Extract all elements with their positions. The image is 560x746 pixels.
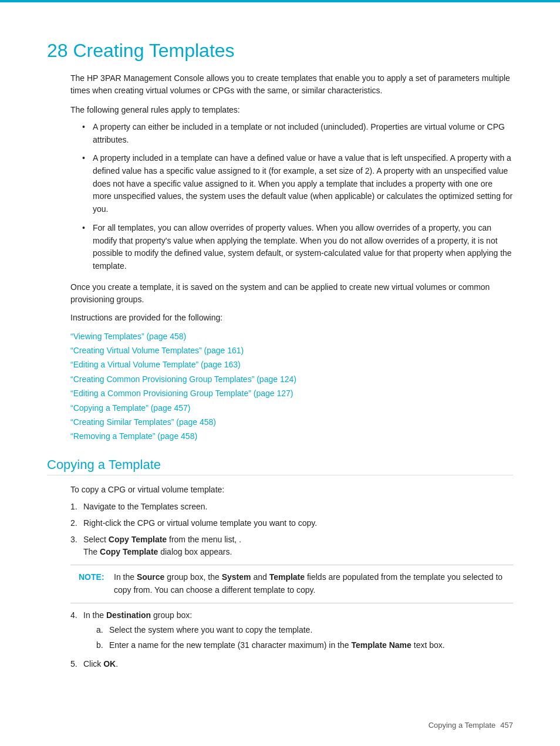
step-number: 5.	[70, 658, 83, 671]
intro-paragraph: The HP 3PAR Management Console allows yo…	[70, 72, 513, 97]
section2-intro: To copy a CPG or virtual volume template…	[70, 484, 513, 497]
list-item: A property can either be included in a t…	[82, 121, 513, 146]
list-item[interactable]: “Removing a Template” (page 458)	[70, 430, 513, 443]
sub-step-b: b. Enter a name for the new template (31…	[96, 639, 513, 652]
step-text: In the Destination group box: a. Select …	[83, 609, 513, 654]
step-text: Right-click the CPG or virtual volume te…	[83, 517, 513, 530]
note-label: NOTE:	[79, 571, 108, 596]
outro-paragraph-2: Instructions are provided for the follow…	[70, 312, 513, 324]
list-item[interactable]: “Creating Common Provisioning Group Temp…	[70, 373, 513, 386]
page-container: 28 Creating Templates The HP 3PAR Manage…	[0, 0, 560, 746]
footer-page-number: 457	[500, 721, 513, 730]
sub-steps: a. Select the system where you want to c…	[96, 624, 513, 652]
links-list: “Viewing Templates” (page 458) “Creating…	[70, 330, 513, 443]
note-text: In the Source group box, the System and …	[114, 571, 505, 596]
steps-list: 1. Navigate to the Templates screen. 2. …	[70, 501, 513, 559]
step-text: Select Copy Template from the menu list,…	[83, 534, 513, 559]
step4-list: 4. In the Destination group box: a. Sele…	[70, 609, 513, 671]
note-box: NOTE: In the Source group box, the Syste…	[70, 565, 513, 603]
step-5: 5. Click OK.	[70, 658, 513, 671]
sub-step-a: a. Select the system where you want to c…	[96, 624, 513, 637]
step-number: 3.	[70, 534, 83, 559]
step-number: 2.	[70, 517, 83, 530]
list-item[interactable]: “Copying a Template” (page 457)	[70, 401, 513, 414]
list-item[interactable]: “Editing a Common Provisioning Group Tem…	[70, 387, 513, 400]
section2-body: To copy a CPG or virtual volume template…	[70, 484, 513, 671]
top-border	[0, 0, 560, 2]
rules-bullet-list: A property can either be included in a t…	[82, 121, 513, 273]
footer-text: Copying a Template 457	[429, 721, 513, 730]
list-item[interactable]: “Creating Similar Templates” (page 458)	[70, 416, 513, 428]
list-item[interactable]: “Editing a Virtual Volume Template” (pag…	[70, 358, 513, 371]
page-footer: Copying a Template 457	[429, 721, 513, 730]
step-2: 2. Right-click the CPG or virtual volume…	[70, 517, 513, 530]
list-item[interactable]: “Viewing Templates” (page 458)	[70, 330, 513, 343]
section2-title: Copying a Template	[47, 457, 513, 475]
chapter-title: 28 Creating Templates	[47, 40, 513, 62]
step-3: 3. Select Copy Template from the menu li…	[70, 534, 513, 559]
list-item: A property included in a template can ha…	[82, 152, 513, 215]
list-item: For all templates, you can allow overrid…	[82, 222, 513, 273]
step-text: Navigate to the Templates screen.	[83, 501, 513, 514]
step-4: 4. In the Destination group box: a. Sele…	[70, 609, 513, 654]
step-number: 4.	[70, 609, 83, 654]
rules-header: The following general rules apply to tem…	[70, 104, 513, 116]
outro-paragraph-1: Once you create a template, it is saved …	[70, 281, 513, 306]
list-item[interactable]: “Creating Virtual Volume Templates” (pag…	[70, 344, 513, 357]
footer-label: Copying a Template	[429, 721, 496, 730]
step-text: Click OK.	[83, 658, 513, 671]
step-number: 1.	[70, 501, 83, 514]
step-1: 1. Navigate to the Templates screen.	[70, 501, 513, 514]
